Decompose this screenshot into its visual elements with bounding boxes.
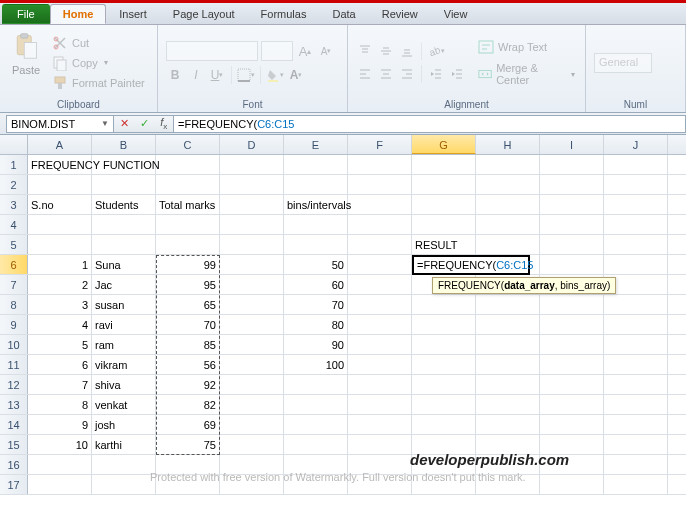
cell[interactable] xyxy=(476,155,540,174)
cell[interactable] xyxy=(284,435,348,454)
cell[interactable] xyxy=(540,295,604,314)
cell[interactable] xyxy=(476,195,540,214)
cell[interactable] xyxy=(412,415,476,434)
cell[interactable] xyxy=(348,455,412,474)
cell-A14[interactable]: 9 xyxy=(28,415,92,434)
cell-C9[interactable]: 70 xyxy=(156,315,220,334)
cell[interactable] xyxy=(348,395,412,414)
cell-A11[interactable]: 6 xyxy=(28,355,92,374)
cell-E9[interactable]: 80 xyxy=(284,315,348,334)
cell-E11[interactable]: 100 xyxy=(284,355,348,374)
cell[interactable] xyxy=(540,335,604,354)
cell[interactable] xyxy=(540,195,604,214)
cell-E6[interactable]: 50 xyxy=(284,255,348,274)
cell-C8[interactable]: 65 xyxy=(156,295,220,314)
row-2[interactable]: 2 xyxy=(0,175,28,194)
cell[interactable] xyxy=(540,215,604,234)
cell-A1[interactable]: FREQUENCY FUNCTION xyxy=(28,155,92,174)
cell[interactable] xyxy=(412,295,476,314)
cell[interactable] xyxy=(476,175,540,194)
cell[interactable] xyxy=(284,375,348,394)
cell[interactable] xyxy=(540,315,604,334)
cell-B6[interactable]: Suna xyxy=(92,255,156,274)
cell-B9[interactable]: ravi xyxy=(92,315,156,334)
cell[interactable] xyxy=(540,475,604,494)
cell-A13[interactable]: 8 xyxy=(28,395,92,414)
row-17[interactable]: 17 xyxy=(0,475,28,494)
tab-review[interactable]: Review xyxy=(369,4,431,24)
col-E[interactable]: E xyxy=(284,135,348,154)
tab-home[interactable]: Home xyxy=(50,4,107,24)
cell[interactable] xyxy=(412,195,476,214)
formula-input[interactable]: =FREQUENCY(C6:C15 xyxy=(174,115,686,133)
tab-data[interactable]: Data xyxy=(319,4,368,24)
cell[interactable] xyxy=(540,415,604,434)
cell[interactable] xyxy=(348,155,412,174)
orientation-button[interactable]: ab▾ xyxy=(427,42,445,60)
cell[interactable] xyxy=(220,355,284,374)
cell[interactable] xyxy=(92,175,156,194)
align-center-button[interactable] xyxy=(377,65,395,83)
cell[interactable] xyxy=(412,215,476,234)
cell[interactable] xyxy=(284,415,348,434)
italic-button[interactable]: I xyxy=(187,66,205,84)
tab-insert[interactable]: Insert xyxy=(106,4,160,24)
cell[interactable] xyxy=(604,435,668,454)
cell[interactable] xyxy=(604,195,668,214)
cell-C3[interactable]: Total marks xyxy=(156,195,220,214)
cell[interactable] xyxy=(348,335,412,354)
align-bottom-button[interactable] xyxy=(398,42,416,60)
font-color-button[interactable]: A▾ xyxy=(287,66,305,84)
underline-button[interactable]: U▾ xyxy=(208,66,226,84)
cell[interactable] xyxy=(220,255,284,274)
cell-B8[interactable]: susan xyxy=(92,295,156,314)
cell[interactable] xyxy=(284,475,348,494)
cell[interactable] xyxy=(92,475,156,494)
row-11[interactable]: 11 xyxy=(0,355,28,374)
enter-formula-button[interactable]: ✓ xyxy=(140,117,149,130)
cell[interactable] xyxy=(540,155,604,174)
cell[interactable] xyxy=(476,455,540,474)
cell[interactable] xyxy=(476,215,540,234)
cell-A15[interactable]: 10 xyxy=(28,435,92,454)
cell[interactable] xyxy=(604,215,668,234)
font-size-select[interactable] xyxy=(261,41,293,61)
cell[interactable] xyxy=(412,175,476,194)
cell[interactable] xyxy=(412,435,476,454)
cell-G5[interactable]: RESULT xyxy=(412,235,476,254)
col-D[interactable]: D xyxy=(220,135,284,154)
cell[interactable] xyxy=(348,255,412,274)
cell[interactable] xyxy=(156,215,220,234)
tab-file[interactable]: File xyxy=(2,4,50,24)
cell[interactable] xyxy=(604,175,668,194)
cell[interactable] xyxy=(220,275,284,294)
row-12[interactable]: 12 xyxy=(0,375,28,394)
tab-page-layout[interactable]: Page Layout xyxy=(160,4,248,24)
cell[interactable] xyxy=(476,335,540,354)
cell[interactable] xyxy=(412,455,476,474)
cell[interactable] xyxy=(348,215,412,234)
cell[interactable] xyxy=(348,355,412,374)
cell[interactable] xyxy=(604,235,668,254)
cell[interactable] xyxy=(28,455,92,474)
cell[interactable] xyxy=(476,375,540,394)
cell[interactable] xyxy=(348,315,412,334)
align-middle-button[interactable] xyxy=(377,42,395,60)
cell[interactable] xyxy=(220,395,284,414)
cell[interactable] xyxy=(220,175,284,194)
cell[interactable] xyxy=(220,475,284,494)
cell[interactable] xyxy=(604,375,668,394)
cell[interactable] xyxy=(220,415,284,434)
col-B[interactable]: B xyxy=(92,135,156,154)
cell[interactable] xyxy=(284,175,348,194)
row-10[interactable]: 10 xyxy=(0,335,28,354)
cell[interactable] xyxy=(476,435,540,454)
cell-B15[interactable]: karthi xyxy=(92,435,156,454)
cell[interactable] xyxy=(28,475,92,494)
cell[interactable] xyxy=(28,215,92,234)
fx-button[interactable]: fx xyxy=(160,116,167,131)
cell[interactable] xyxy=(412,475,476,494)
wrap-text-button[interactable]: Wrap Text xyxy=(476,38,577,56)
cell[interactable] xyxy=(348,195,412,214)
merge-center-button[interactable]: Merge & Center▾ xyxy=(476,61,577,87)
